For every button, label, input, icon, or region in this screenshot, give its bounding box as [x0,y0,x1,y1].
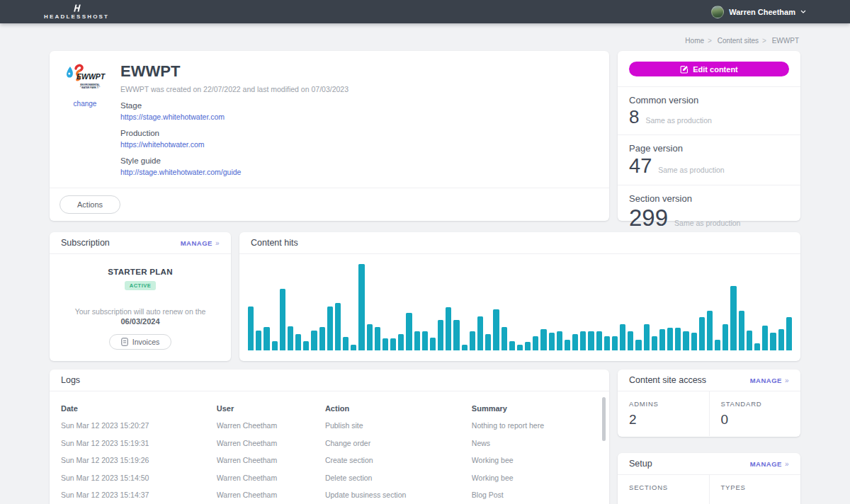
double-chevron-icon: » [785,377,789,384]
status-badge: ACTIVE [125,281,157,290]
bar [343,337,348,350]
environment-label: Style guide [120,156,595,165]
logs-rows: Sun Mar 12 2023 15:20:27 Warren Cheetham… [61,417,598,504]
table-row: Sun Mar 12 2023 15:14:37 Warren Cheetham… [61,486,598,504]
bar [715,340,720,350]
bar [557,331,562,350]
version-note: Same as production [658,166,724,174]
bar [572,334,578,350]
bar [367,324,373,350]
bar [264,327,269,350]
stat-cell: SECTIONS [618,475,709,504]
bar [517,345,523,350]
bar [644,324,650,350]
log-summary: Blog Post [472,491,598,499]
logs-column-header: Action [325,404,472,413]
log-user: Warren Cheetham [217,474,325,482]
bar [628,331,633,350]
version-item: Section version 299 Same as production [618,185,800,238]
environment-url-link[interactable]: http://stage.whitehotwater.com/guide [120,168,595,176]
environment-url-link[interactable]: https://stage.whitehotwater.com [120,113,595,121]
version-list: Common version 8 Same as production Page… [618,86,800,238]
double-chevron-icon: » [785,460,789,468]
breadcrumb-item[interactable]: EWWPT [772,37,799,45]
subscription-card: Subscription MANAGE» STARTER PLAN ACTIVE… [50,232,231,361]
edit-icon [680,65,688,74]
log-action: Publish site [325,421,472,430]
setup-card: Setup MANAGE» SECTIONS TYPES [618,453,800,504]
version-item: Page version 47 Same as production [618,134,800,185]
breadcrumb-separator: > [762,37,766,45]
setup-manage-link[interactable]: MANAGE» [750,460,789,468]
breadcrumb: Home> Content sites> EWWPT> [685,37,799,45]
content-hits-bars [248,264,792,350]
environment-links: Stage https://stage.whitehotwater.com Pr… [120,101,595,176]
logs-column-header: User [217,404,325,413]
bar [739,311,744,350]
bar [390,338,396,350]
version-label: Common version [629,95,789,105]
log-summary: Working bee [472,474,598,482]
bar [462,345,468,350]
log-summary: News [472,439,598,447]
user-menu[interactable]: Warren Cheetham [711,6,806,18]
stat-cell: ADMINS 2 [618,391,709,436]
bar [588,331,594,350]
bar [438,320,443,350]
bar [707,311,713,350]
log-action: Create section [325,456,472,464]
breadcrumb-item[interactable]: Content sites [718,37,759,45]
stat-value: 2 [629,412,709,428]
invoice-icon [121,338,128,346]
bar [722,324,728,350]
chevron-down-icon [800,10,806,13]
site-logo-word: EWWPT [76,72,106,81]
bar [477,316,483,350]
change-logo-link[interactable]: change [74,100,97,108]
bar [730,286,736,350]
edit-content-button[interactable]: Edit content [629,62,789,76]
environment-url-link[interactable]: https://whitehotwater.com [120,140,595,149]
bar [382,338,388,350]
version-note: Same as production [645,116,711,125]
brand-name: HEADLESSHOST [44,13,109,20]
log-user: Warren Cheetham [217,491,325,499]
log-user: Warren Cheetham [217,421,325,430]
log-summary: Working bee [472,456,598,464]
topbar: HEADLESSHOST Warren Cheetham [0,0,850,23]
log-date: Sun Mar 12 2023 15:14:37 [61,491,217,499]
table-row: Sun Mar 12 2023 15:19:26 Warren Cheetham… [61,452,598,469]
bar [659,329,665,350]
breadcrumb-item[interactable]: Home [685,37,704,45]
access-manage-link[interactable]: MANAGE» [750,377,789,384]
stat-label: TYPES [721,483,801,491]
bar [327,307,333,350]
bar [786,317,792,350]
bar [375,327,380,350]
stat-label: ADMINS [629,400,709,408]
bar [540,329,546,350]
renew-text: Your subscription will auto renew on the [50,307,231,316]
bar [406,313,412,350]
actions-button[interactable]: Actions [60,195,120,214]
bar [691,333,697,350]
bar [612,336,618,350]
stat-label: STANDARD [721,400,801,408]
bar [549,333,555,350]
logs-scrollbar-thumb[interactable] [602,397,606,441]
access-title: Content site access [629,375,706,385]
bar [311,331,317,350]
subscription-manage-link[interactable]: MANAGE» [181,239,220,247]
bar [295,334,301,350]
version-item: Common version 8 Same as production [618,86,800,134]
logs-title: Logs [61,375,80,385]
bar [288,326,293,350]
bar [683,331,688,350]
content-hits-card: Content hits [239,232,800,361]
site-overview-card: EWWPT ENVIRONMENTAL " WATER PARK T " cha… [50,51,609,221]
setup-stats: SECTIONS TYPES [618,475,800,504]
setup-title: Setup [629,459,652,469]
invoices-button[interactable]: Invoices [109,334,172,350]
brand-logo[interactable]: HEADLESSHOST [44,4,109,20]
bar [667,328,673,350]
